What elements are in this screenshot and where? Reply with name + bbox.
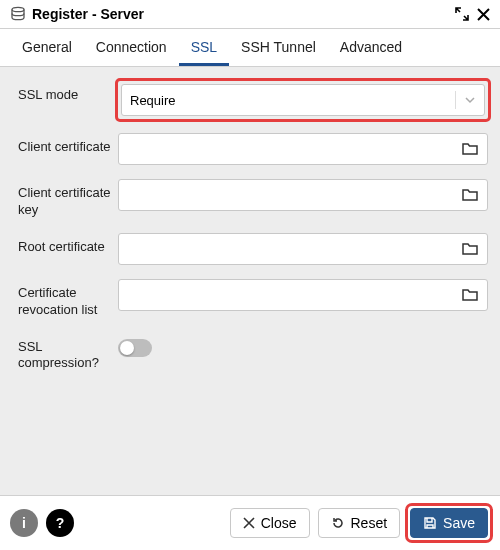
tab-connection[interactable]: Connection: [84, 29, 179, 66]
row-ssl-compression: SSL compression?: [18, 333, 488, 373]
svg-point-0: [12, 7, 24, 11]
footer: i ? Close Reset Save: [0, 495, 500, 550]
info-button[interactable]: i: [10, 509, 38, 537]
client-cert-key-input[interactable]: [118, 179, 488, 211]
help-button[interactable]: ?: [46, 509, 74, 537]
help-icon: ?: [56, 515, 65, 531]
ssl-mode-select[interactable]: Require: [121, 84, 485, 116]
window-title: Register - Server: [32, 6, 144, 22]
row-ssl-mode: SSL mode Require: [18, 81, 488, 119]
x-icon: [243, 517, 255, 529]
info-icon: i: [22, 515, 26, 531]
tab-bar: General Connection SSL SSH Tunnel Advanc…: [0, 29, 500, 67]
label-ssl-mode: SSL mode: [18, 81, 118, 119]
tab-ssl[interactable]: SSL: [179, 29, 229, 66]
close-button[interactable]: Close: [230, 508, 310, 538]
content-area: SSL mode Require Client certificate Clie…: [0, 67, 500, 495]
save-icon: [423, 516, 437, 530]
save-label: Save: [443, 515, 475, 531]
row-client-cert-key: Client certificate key: [18, 179, 488, 219]
row-client-cert: Client certificate: [18, 133, 488, 165]
reset-button[interactable]: Reset: [318, 508, 401, 538]
label-root-cert: Root certificate: [18, 233, 118, 265]
folder-icon: [461, 286, 479, 304]
folder-icon: [461, 186, 479, 204]
reset-label: Reset: [351, 515, 388, 531]
root-cert-input[interactable]: [118, 233, 488, 265]
reset-icon: [331, 516, 345, 530]
folder-icon: [461, 240, 479, 258]
ssl-mode-value: Require: [130, 93, 176, 108]
expand-icon[interactable]: [455, 7, 469, 21]
label-ssl-compression: SSL compression?: [18, 333, 118, 373]
label-crl: Certificate revocation list: [18, 279, 118, 319]
ssl-compression-toggle[interactable]: [118, 339, 152, 357]
label-client-cert: Client certificate: [18, 133, 118, 165]
titlebar: Register - Server: [0, 0, 500, 29]
chevron-down-icon: [455, 91, 476, 109]
tab-ssh-tunnel[interactable]: SSH Tunnel: [229, 29, 328, 66]
row-crl: Certificate revocation list: [18, 279, 488, 319]
close-icon[interactable]: [477, 8, 490, 21]
client-cert-input[interactable]: [118, 133, 488, 165]
close-label: Close: [261, 515, 297, 531]
folder-icon: [461, 140, 479, 158]
tab-general[interactable]: General: [10, 29, 84, 66]
label-client-cert-key: Client certificate key: [18, 179, 118, 219]
crl-input[interactable]: [118, 279, 488, 311]
row-root-cert: Root certificate: [18, 233, 488, 265]
save-button[interactable]: Save: [410, 508, 488, 538]
tab-advanced[interactable]: Advanced: [328, 29, 414, 66]
database-icon: [10, 6, 26, 22]
